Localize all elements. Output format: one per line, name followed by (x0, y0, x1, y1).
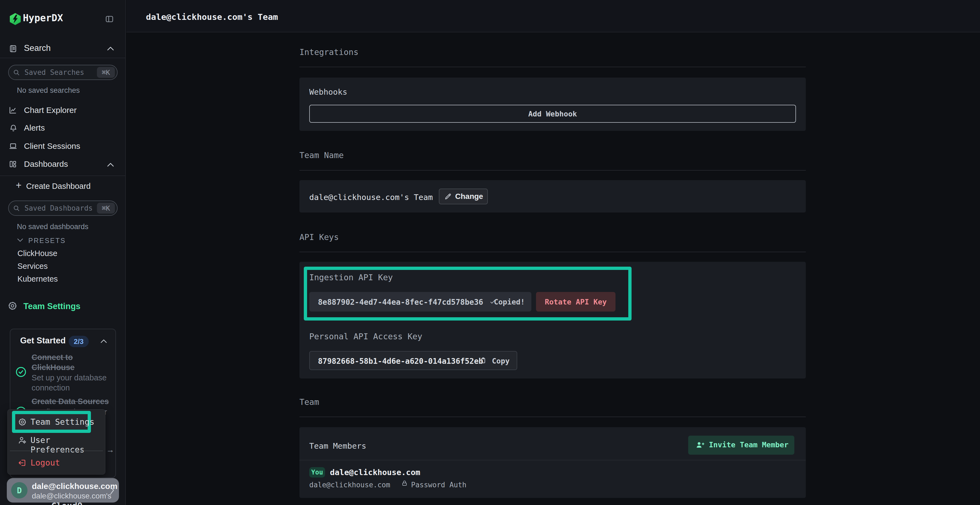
personal-key-value: 87982668-58b1-4d6e-a620-014a136f52eb (318, 357, 483, 366)
person-add-icon (696, 441, 705, 449)
menu-item-team-settings[interactable]: Team Settings (30, 417, 94, 427)
alerts-bell-icon (9, 124, 18, 132)
search-section-icon (9, 44, 17, 53)
rotate-api-key-button[interactable]: Rotate API Key (536, 292, 616, 311)
hyperdx-logo-icon (10, 13, 21, 25)
shortcut-badge: ⌘K (97, 67, 115, 78)
dashboards-chevron-up-icon[interactable] (107, 162, 115, 167)
search-icon (13, 204, 20, 212)
no-saved-dashboards-text: No saved dashboards (17, 222, 89, 231)
search-icon (13, 68, 20, 76)
create-dashboard-button[interactable]: Create Dashboard (26, 182, 91, 191)
menu-item-user-preferences[interactable]: User Preferences (30, 435, 105, 454)
change-team-name-button[interactable]: Change (439, 189, 488, 204)
app-title: HyperDX (23, 13, 63, 24)
webhooks-label: Webhooks (309, 87, 347, 97)
progress-badge: 2/3 (68, 336, 89, 347)
plus-icon: + (16, 179, 22, 191)
gear-icon (18, 418, 27, 426)
lock-icon (401, 480, 408, 487)
member-email: dale@clickhouse.com (330, 468, 420, 477)
ingestion-api-key-label: Ingestion API Key (309, 273, 393, 282)
invite-team-member-button[interactable]: Invite Team Member (688, 436, 794, 455)
card-divider (299, 460, 806, 461)
page-header: dale@clickhouse.com's Team (126, 0, 980, 32)
sidebar-item-team-settings[interactable]: Team Settings (24, 302, 81, 311)
member-auth-method: Password Auth (411, 481, 466, 489)
team-name-value: dale@clickhouse.com's Team (309, 193, 433, 202)
preset-services[interactable]: Services (18, 262, 48, 271)
logout-icon (18, 459, 27, 467)
user-menu-popup: Team Settings User Preferences Logout (7, 409, 105, 475)
add-webhook-label: Add Webhook (528, 110, 577, 118)
sidebar-section-dashboards[interactable]: Dashboards (24, 159, 68, 169)
sidebar-item-chart-explorer[interactable]: Chart Explorer (24, 106, 76, 115)
section-divider (299, 416, 806, 417)
sidebar: HyperDX Search ⌘K No saved searches Char… (0, 0, 126, 505)
section-divider (299, 170, 806, 171)
section-divider (299, 67, 806, 67)
page-title: dale@clickhouse.com's Team (146, 12, 278, 22)
copied-label: Copied! (494, 298, 525, 306)
sidebar-divider (0, 58, 125, 58)
invite-team-member-label: Invite Team Member (709, 440, 789, 449)
api-keys-card: Ingestion API Key 8e887902-4ed7-44ea-8fe… (299, 262, 806, 378)
menu-divider (10, 451, 103, 451)
client-sessions-laptop-icon (9, 142, 18, 150)
integrations-heading: Integrations (299, 48, 358, 57)
sidebar-section-search[interactable]: Search (24, 43, 51, 53)
shortcut-badge: ⌘K (97, 203, 115, 214)
you-badge: You (309, 467, 325, 478)
get-started-item-title[interactable]: Create Data Sources (32, 397, 114, 407)
rotate-api-key-label: Rotate API Key (545, 298, 607, 306)
team-members-label: Team Members (309, 441, 366, 451)
search-section-chevron-up-icon[interactable] (107, 46, 115, 51)
gear-icon (8, 301, 18, 311)
no-saved-searches-text: No saved searches (17, 86, 80, 95)
team-name-heading: Team Name (299, 151, 344, 160)
user-email: dale@clickhouse.com (32, 481, 117, 491)
ingestion-key-chip[interactable]: 8e887902-4ed7-44ea-8fec-f47cd578be36 Cop… (309, 292, 531, 311)
personal-api-key-label: Personal API Access Key (309, 332, 422, 341)
add-webhook-button[interactable]: Add Webhook (309, 105, 796, 123)
presets-chevron-down-icon[interactable] (17, 238, 24, 242)
get-started-item-title[interactable]: Connect to ClickHouse (32, 353, 111, 373)
avatar-initial: D (17, 486, 22, 495)
chevron-right-icon (110, 486, 115, 495)
personal-key-chip[interactable]: 87982668-58b1-4d6e-a620-014a136f52eb Cop… (309, 351, 517, 370)
preset-clickhouse[interactable]: ClickHouse (18, 249, 57, 258)
copy-button[interactable]: Copy (492, 357, 510, 365)
user-preferences-icon (18, 436, 27, 445)
dashboards-grid-icon (9, 160, 17, 168)
avatar: D (11, 482, 27, 499)
api-keys-heading: API Keys (299, 232, 339, 242)
user-profile-bar[interactable]: D dale@clickhouse.com dale@clickhouse.co… (7, 478, 119, 503)
team-members-card: Team Members Invite Team Member You dale… (299, 427, 806, 498)
webhooks-card: Webhooks Add Webhook (299, 78, 806, 131)
sidebar-item-alerts[interactable]: Alerts (24, 123, 45, 132)
change-button-label: Change (455, 192, 483, 201)
get-started-chevron-up-icon[interactable] (100, 339, 107, 343)
check-circle-icon (15, 366, 27, 378)
preset-kubernetes[interactable]: Kubernetes (18, 275, 58, 284)
get-started-item-desc: Set up your database connection (32, 373, 111, 393)
team-heading: Team (299, 397, 319, 407)
clipboard-icon (480, 357, 487, 364)
member-email-sub: dale@clickhouse.com (309, 481, 390, 489)
sidebar-divider (0, 176, 125, 176)
sidebar-item-client-sessions[interactable]: Client Sessions (24, 141, 80, 151)
menu-item-logout[interactable]: Logout (30, 458, 60, 467)
main-content: Integrations Webhooks Add Webhook Team N… (126, 33, 980, 505)
get-started-title: Get Started (20, 336, 65, 346)
pencil-icon (444, 193, 452, 200)
team-name-card: dale@clickhouse.com's Team Change (299, 180, 806, 213)
ingestion-key-value: 8e887902-4ed7-44ea-8fec-f47cd578be36 (318, 298, 483, 306)
arrow-right-icon[interactable]: → (106, 445, 115, 454)
user-team-subtitle: dale@clickhouse.com's (32, 492, 111, 500)
section-divider (299, 252, 806, 252)
chart-explorer-icon (9, 106, 17, 114)
presets-header[interactable]: PRESETS (28, 237, 66, 245)
sidebar-collapse-icon[interactable] (105, 15, 115, 24)
